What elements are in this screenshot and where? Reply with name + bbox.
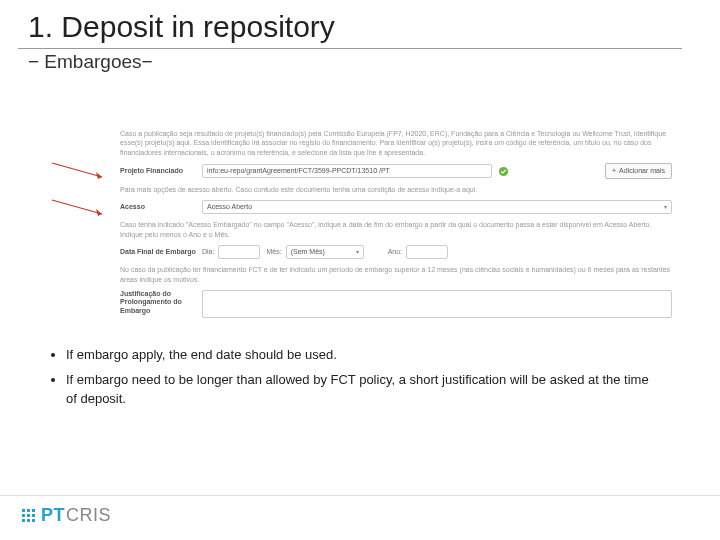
day-label: Dia: [202,247,214,256]
arrow-annotation [50,198,110,218]
access-select[interactable]: Acesso Aberto ▾ [202,200,672,214]
footer-divider [0,495,720,496]
access-value: Acesso Aberto [207,202,252,211]
help-justification: No caso da publicação ter financiamento … [120,265,672,284]
project-field[interactable]: info:eu-repo/grantAgreement/FCT/3599-PPC… [202,164,492,178]
arrow-annotation [50,161,110,181]
justification-textarea[interactable] [202,290,672,318]
add-more-label: Adicionar mais [619,166,665,175]
plus-icon: + [612,166,616,175]
bullet-list: If embargo apply, the end date should be… [52,346,660,409]
form-screenshot: Caso a publicação seja resultado de proj… [120,129,672,318]
slide-title: 1. Deposit in repository [0,0,720,46]
ptcris-logo: PT CRIS [22,505,111,526]
justification-label: Justificação do Prolongamento do Embargo [120,290,202,315]
day-field[interactable] [218,245,260,259]
access-label: Acesso [120,202,202,211]
month-select[interactable]: (Sem Mês) ▾ [286,245,364,259]
logo-dots-icon [22,509,35,522]
list-item: If embargo apply, the end date should be… [66,346,660,365]
chevron-down-icon: ▾ [664,203,667,211]
month-value: (Sem Mês) [291,247,325,256]
logo-pt: PT [41,505,65,526]
help-project: Caso a publicação seja resultado de proj… [120,129,672,157]
logo-cris: CRIS [66,505,111,526]
check-icon [498,166,509,177]
month-label: Mês: [266,247,281,256]
slide-subtitle: − Embargoes− [0,49,720,73]
svg-line-0 [52,163,102,177]
add-more-button[interactable]: + Adicionar mais [605,163,672,178]
year-label: Ano: [388,247,402,256]
list-item: If embargo need to be longer than allowe… [66,371,660,409]
year-field[interactable] [406,245,448,259]
help-embargo: Caso tenha indicado "Acesso Embargado" n… [120,220,672,239]
embargo-date-label: Data Final de Embargo [120,247,202,256]
help-access: Para mais opções de acesso aberto. Caso … [120,185,672,194]
project-label: Projeto Financiado [120,166,202,175]
project-value: info:eu-repo/grantAgreement/FCT/3599-PPC… [207,166,390,175]
chevron-down-icon: ▾ [356,248,359,256]
svg-line-3 [52,200,102,214]
